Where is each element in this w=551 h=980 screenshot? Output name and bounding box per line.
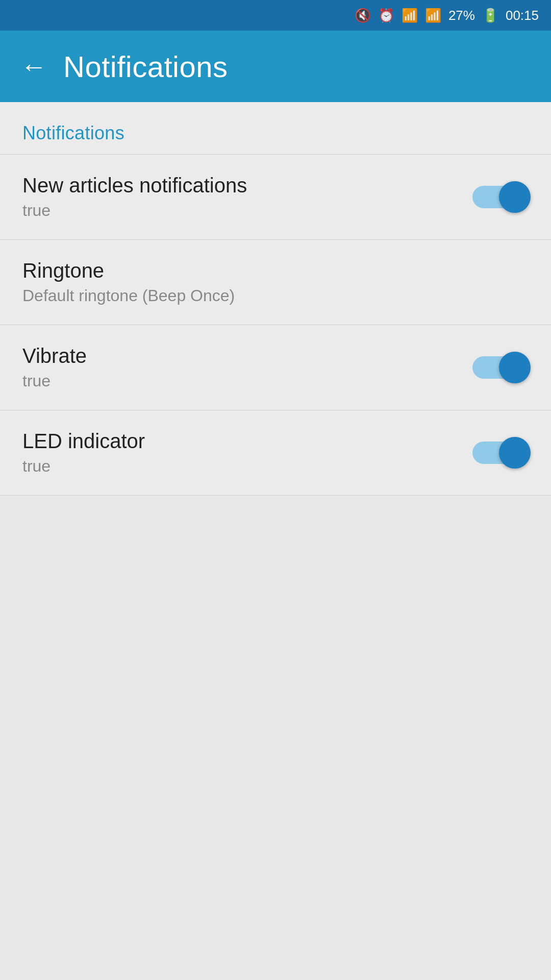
item-subtitle-led: true xyxy=(22,457,145,476)
toggle-new-articles[interactable] xyxy=(472,182,529,212)
clock: 00:15 xyxy=(506,8,539,23)
battery-percent: 27% xyxy=(448,8,475,23)
app-bar: ← Notifications xyxy=(0,31,551,102)
settings-item-led[interactable]: LED indicator true xyxy=(0,410,551,496)
item-title-led: LED indicator xyxy=(22,430,145,453)
item-text-led: LED indicator true xyxy=(22,430,145,476)
item-title-ringtone: Ringtone xyxy=(22,259,235,282)
toggle-thumb-new-articles xyxy=(499,181,531,213)
item-subtitle-vibrate: true xyxy=(22,372,87,390)
wifi-icon: 📶 xyxy=(402,8,418,23)
battery-icon: 🔋 xyxy=(482,8,498,23)
item-text-vibrate: Vibrate true xyxy=(22,345,87,390)
toggle-thumb-led xyxy=(499,437,531,469)
section-header-notifications: Notifications xyxy=(0,102,551,154)
item-text-new-articles: New articles notifications true xyxy=(22,174,247,220)
back-button[interactable]: ← xyxy=(20,51,47,82)
status-bar: 🔇 ⏰ 📶 📶 27% 🔋 00:15 xyxy=(0,0,551,31)
item-subtitle-new-articles: true xyxy=(22,201,247,220)
settings-item-ringtone[interactable]: Ringtone Default ringtone (Beep Once) xyxy=(0,240,551,325)
signal-icon: 📶 xyxy=(425,8,441,23)
toggle-vibrate[interactable] xyxy=(472,352,529,383)
content-area: Notifications New articles notifications… xyxy=(0,102,551,496)
item-title-vibrate: Vibrate xyxy=(22,345,87,368)
page-title: Notifications xyxy=(63,50,228,84)
toggle-thumb-vibrate xyxy=(499,352,531,383)
item-subtitle-ringtone: Default ringtone (Beep Once) xyxy=(22,286,235,305)
item-title-new-articles: New articles notifications xyxy=(22,174,247,197)
toggle-led[interactable] xyxy=(472,437,529,468)
item-text-ringtone: Ringtone Default ringtone (Beep Once) xyxy=(22,259,235,305)
alarm-icon: ⏰ xyxy=(378,8,394,23)
mute-icon: 🔇 xyxy=(355,8,371,23)
settings-item-vibrate[interactable]: Vibrate true xyxy=(0,325,551,410)
settings-item-new-articles[interactable]: New articles notifications true xyxy=(0,154,551,240)
